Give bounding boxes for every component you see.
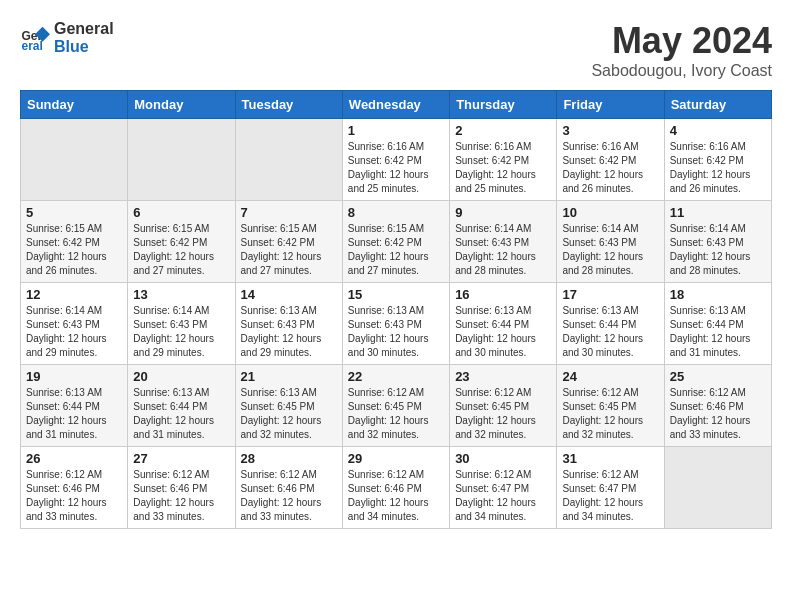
day-number: 26 [26,451,122,466]
week-row-1: 1Sunrise: 6:16 AMSunset: 6:42 PMDaylight… [21,119,772,201]
day-cell: 7Sunrise: 6:15 AMSunset: 6:42 PMDaylight… [235,201,342,283]
day-info: Sunrise: 6:13 AMSunset: 6:44 PMDaylight:… [562,304,658,360]
day-info: Sunrise: 6:16 AMSunset: 6:42 PMDaylight:… [455,140,551,196]
day-info: Sunrise: 6:12 AMSunset: 6:45 PMDaylight:… [348,386,444,442]
day-number: 2 [455,123,551,138]
day-cell: 5Sunrise: 6:15 AMSunset: 6:42 PMDaylight… [21,201,128,283]
day-cell: 4Sunrise: 6:16 AMSunset: 6:42 PMDaylight… [664,119,771,201]
day-cell: 6Sunrise: 6:15 AMSunset: 6:42 PMDaylight… [128,201,235,283]
day-cell: 16Sunrise: 6:13 AMSunset: 6:44 PMDayligh… [450,283,557,365]
day-cell: 29Sunrise: 6:12 AMSunset: 6:46 PMDayligh… [342,447,449,529]
title-area: May 2024 Sabodougou, Ivory Coast [591,20,772,80]
day-info: Sunrise: 6:12 AMSunset: 6:47 PMDaylight:… [562,468,658,524]
day-cell: 21Sunrise: 6:13 AMSunset: 6:45 PMDayligh… [235,365,342,447]
header-cell-saturday: Saturday [664,91,771,119]
day-number: 1 [348,123,444,138]
day-cell: 17Sunrise: 6:13 AMSunset: 6:44 PMDayligh… [557,283,664,365]
day-number: 5 [26,205,122,220]
header-cell-sunday: Sunday [21,91,128,119]
day-info: Sunrise: 6:13 AMSunset: 6:45 PMDaylight:… [241,386,337,442]
day-cell: 3Sunrise: 6:16 AMSunset: 6:42 PMDaylight… [557,119,664,201]
day-cell: 28Sunrise: 6:12 AMSunset: 6:46 PMDayligh… [235,447,342,529]
day-cell: 8Sunrise: 6:15 AMSunset: 6:42 PMDaylight… [342,201,449,283]
day-number: 14 [241,287,337,302]
day-number: 9 [455,205,551,220]
day-cell: 15Sunrise: 6:13 AMSunset: 6:43 PMDayligh… [342,283,449,365]
logo-line2: Blue [54,38,114,56]
day-cell: 10Sunrise: 6:14 AMSunset: 6:43 PMDayligh… [557,201,664,283]
day-cell: 14Sunrise: 6:13 AMSunset: 6:43 PMDayligh… [235,283,342,365]
day-number: 11 [670,205,766,220]
day-info: Sunrise: 6:14 AMSunset: 6:43 PMDaylight:… [133,304,229,360]
day-number: 24 [562,369,658,384]
day-number: 7 [241,205,337,220]
day-cell: 12Sunrise: 6:14 AMSunset: 6:43 PMDayligh… [21,283,128,365]
day-info: Sunrise: 6:12 AMSunset: 6:46 PMDaylight:… [348,468,444,524]
day-info: Sunrise: 6:13 AMSunset: 6:44 PMDaylight:… [133,386,229,442]
day-cell: 25Sunrise: 6:12 AMSunset: 6:46 PMDayligh… [664,365,771,447]
day-info: Sunrise: 6:13 AMSunset: 6:44 PMDaylight:… [26,386,122,442]
day-cell: 27Sunrise: 6:12 AMSunset: 6:46 PMDayligh… [128,447,235,529]
day-info: Sunrise: 6:15 AMSunset: 6:42 PMDaylight:… [133,222,229,278]
day-cell: 9Sunrise: 6:14 AMSunset: 6:43 PMDaylight… [450,201,557,283]
day-number: 18 [670,287,766,302]
day-cell [128,119,235,201]
day-info: Sunrise: 6:16 AMSunset: 6:42 PMDaylight:… [562,140,658,196]
day-cell: 23Sunrise: 6:12 AMSunset: 6:45 PMDayligh… [450,365,557,447]
day-number: 8 [348,205,444,220]
day-number: 17 [562,287,658,302]
day-number: 22 [348,369,444,384]
calendar-table: SundayMondayTuesdayWednesdayThursdayFrid… [20,90,772,529]
day-cell: 30Sunrise: 6:12 AMSunset: 6:47 PMDayligh… [450,447,557,529]
header-cell-wednesday: Wednesday [342,91,449,119]
header-cell-tuesday: Tuesday [235,91,342,119]
day-number: 16 [455,287,551,302]
day-number: 30 [455,451,551,466]
day-info: Sunrise: 6:14 AMSunset: 6:43 PMDaylight:… [670,222,766,278]
header-cell-monday: Monday [128,91,235,119]
day-cell: 20Sunrise: 6:13 AMSunset: 6:44 PMDayligh… [128,365,235,447]
logo: Gen eral General Blue [20,20,114,56]
day-number: 15 [348,287,444,302]
day-number: 25 [670,369,766,384]
day-info: Sunrise: 6:12 AMSunset: 6:46 PMDaylight:… [670,386,766,442]
day-cell [235,119,342,201]
week-row-3: 12Sunrise: 6:14 AMSunset: 6:43 PMDayligh… [21,283,772,365]
day-info: Sunrise: 6:14 AMSunset: 6:43 PMDaylight:… [455,222,551,278]
day-number: 20 [133,369,229,384]
header-cell-friday: Friday [557,91,664,119]
day-info: Sunrise: 6:13 AMSunset: 6:43 PMDaylight:… [241,304,337,360]
day-info: Sunrise: 6:15 AMSunset: 6:42 PMDaylight:… [26,222,122,278]
day-number: 3 [562,123,658,138]
day-number: 23 [455,369,551,384]
day-info: Sunrise: 6:12 AMSunset: 6:45 PMDaylight:… [455,386,551,442]
day-number: 10 [562,205,658,220]
day-info: Sunrise: 6:13 AMSunset: 6:44 PMDaylight:… [670,304,766,360]
day-info: Sunrise: 6:12 AMSunset: 6:47 PMDaylight:… [455,468,551,524]
week-row-4: 19Sunrise: 6:13 AMSunset: 6:44 PMDayligh… [21,365,772,447]
day-number: 27 [133,451,229,466]
day-number: 19 [26,369,122,384]
day-cell: 19Sunrise: 6:13 AMSunset: 6:44 PMDayligh… [21,365,128,447]
day-info: Sunrise: 6:16 AMSunset: 6:42 PMDaylight:… [348,140,444,196]
day-cell: 13Sunrise: 6:14 AMSunset: 6:43 PMDayligh… [128,283,235,365]
location-title: Sabodougou, Ivory Coast [591,62,772,80]
day-info: Sunrise: 6:15 AMSunset: 6:42 PMDaylight:… [348,222,444,278]
page-header: Gen eral General Blue May 2024 Sabodougo… [20,20,772,80]
day-number: 6 [133,205,229,220]
day-info: Sunrise: 6:12 AMSunset: 6:45 PMDaylight:… [562,386,658,442]
day-cell: 18Sunrise: 6:13 AMSunset: 6:44 PMDayligh… [664,283,771,365]
day-info: Sunrise: 6:13 AMSunset: 6:43 PMDaylight:… [348,304,444,360]
day-number: 21 [241,369,337,384]
day-info: Sunrise: 6:14 AMSunset: 6:43 PMDaylight:… [562,222,658,278]
day-cell [21,119,128,201]
header-row: SundayMondayTuesdayWednesdayThursdayFrid… [21,91,772,119]
day-number: 31 [562,451,658,466]
day-number: 12 [26,287,122,302]
day-number: 13 [133,287,229,302]
day-info: Sunrise: 6:13 AMSunset: 6:44 PMDaylight:… [455,304,551,360]
day-info: Sunrise: 6:14 AMSunset: 6:43 PMDaylight:… [26,304,122,360]
logo-icon: Gen eral [20,23,50,53]
day-cell: 24Sunrise: 6:12 AMSunset: 6:45 PMDayligh… [557,365,664,447]
day-cell: 1Sunrise: 6:16 AMSunset: 6:42 PMDaylight… [342,119,449,201]
